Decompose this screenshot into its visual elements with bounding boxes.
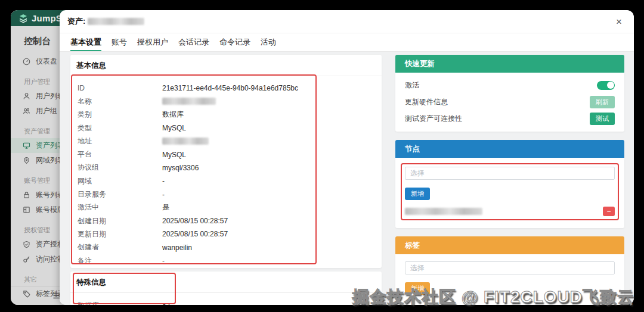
remove-node-button[interactable]: − [603, 207, 615, 216]
test-button[interactable]: 测试 [590, 113, 615, 125]
add-tag-button[interactable]: 新增 [405, 282, 430, 295]
info-row-platform: 平台 MySQL [78, 148, 382, 161]
node-card: 节点 新增 − [395, 140, 624, 228]
shield-check-icon [22, 241, 30, 249]
jumpserver-logo-icon [18, 14, 28, 23]
tags-card: 标签 新增 [395, 236, 624, 305]
info-row-address: 地址 [78, 135, 382, 148]
tab-basic-settings[interactable]: 基本设置 [70, 33, 101, 51]
basic-info-title: 基本信息 [70, 55, 382, 76]
tags-select-input[interactable] [405, 261, 615, 274]
basic-info-column: 基本信息 ID 21e31711-ee4d-445e-94b0-94a1e6d7… [70, 55, 382, 305]
add-node-button[interactable]: 新增 [405, 188, 430, 200]
close-icon[interactable]: × [616, 17, 622, 27]
info-row-category: 类别 数据库 [78, 108, 382, 121]
toggle-knob [607, 82, 614, 89]
node-body: 新增 − [395, 158, 624, 228]
basic-info-card: 基本信息 ID 21e31711-ee4d-445e-94b0-94a1e6d7… [70, 55, 382, 268]
quick-update-header: 快速更新 [395, 55, 624, 73]
quick-update-row-connectivity: 测试资产可连接性 测试 [405, 110, 615, 127]
quick-update-card: 快速更新 激活 更新硬件信息 刷新 测试资产可连接性 [395, 55, 624, 132]
modal-body: 基本信息 ID 21e31711-ee4d-445e-94b0-94a1e6d7… [60, 52, 634, 305]
redacted-value [162, 98, 216, 105]
user-icon [22, 92, 30, 101]
info-row-name: 名称 [78, 95, 382, 108]
refresh-button[interactable]: 刷新 [590, 96, 615, 108]
tab-session-records[interactable]: 会话记录 [178, 33, 209, 51]
node-select-input[interactable] [405, 167, 615, 180]
modal-header: 资产: × [60, 10, 634, 33]
info-row-type: 类型 MySQL [78, 121, 382, 135]
active-toggle[interactable] [597, 81, 615, 90]
app-window: JumpServer 控制台 仪表盘 用户管理 用户列表 [11, 10, 634, 305]
info-row-date-updated: 更新日期 2025/08/15 00:28:57 [78, 227, 382, 241]
sidebar-item-label: 仪表盘 [36, 57, 57, 67]
special-info-card: 特殊信息 数据库 a7 [70, 272, 382, 305]
tab-command-records[interactable]: 命令记录 [219, 33, 250, 51]
key-icon [22, 255, 30, 264]
tags-header: 标签 [395, 236, 624, 254]
modal-title-prefix: 资产: [67, 16, 85, 27]
quick-update-body: 激活 更新硬件信息 刷新 测试资产可连接性 测试 [395, 73, 624, 132]
special-info-title: 特殊信息 [70, 272, 382, 293]
tab-activity[interactable]: 活动 [261, 33, 276, 51]
info-row-id: ID 21e31711-ee4d-445e-94b0-94a1e6d785bc [78, 82, 382, 95]
asset-detail-modal: 资产: × 基本设置 账号 授权用户 会话记录 命令记录 活动 基本信息 [60, 10, 634, 305]
info-row-directory-service: 目录服务 - [78, 188, 382, 201]
quick-update-row-active: 激活 [405, 77, 615, 93]
template-icon [22, 206, 30, 214]
tab-authorized-users[interactable]: 授权用户 [137, 33, 168, 51]
info-row-protocols: 协议组 mysql/3306 [78, 161, 382, 174]
info-row-comment: 备注 - [78, 254, 382, 267]
redacted-value [162, 138, 209, 145]
side-panels-column: 快速更新 激活 更新硬件信息 刷新 测试资产可连接性 [395, 55, 624, 305]
location-pin-icon [22, 157, 30, 165]
info-row-active: 激活中 是 [78, 201, 382, 214]
users-icon [22, 107, 30, 116]
sidebar-item-label: 用户组 [36, 106, 57, 116]
info-row-domain: 网域 - [78, 174, 382, 188]
basic-info-rows: ID 21e31711-ee4d-445e-94b0-94a1e6d785bc … [70, 76, 382, 267]
modal-tab-bar: 基本设置 账号 授权用户 会话记录 命令记录 活动 [60, 33, 634, 52]
info-row-created-by: 创建者 wanpeilin [78, 241, 382, 254]
dashboard-icon [22, 58, 30, 66]
monitor-icon [22, 142, 30, 150]
lock-icon [22, 191, 30, 199]
info-row-date-created: 创建日期 2025/08/15 00:28:57 [78, 214, 382, 227]
info-row-database: 数据库 a7 [78, 301, 382, 305]
node-list-item: − [405, 207, 615, 216]
modal-title: 资产: [67, 16, 144, 27]
screenshot-root: JumpServer 控制台 仪表盘 用户管理 用户列表 [0, 0, 644, 312]
quick-update-row-hardware: 更新硬件信息 刷新 [405, 93, 615, 110]
redacted-asset-name [88, 18, 144, 25]
redacted-node-name [405, 208, 482, 215]
node-header: 节点 [395, 140, 624, 158]
tags-body: 新增 [395, 254, 624, 305]
tab-accounts[interactable]: 账号 [112, 33, 127, 51]
